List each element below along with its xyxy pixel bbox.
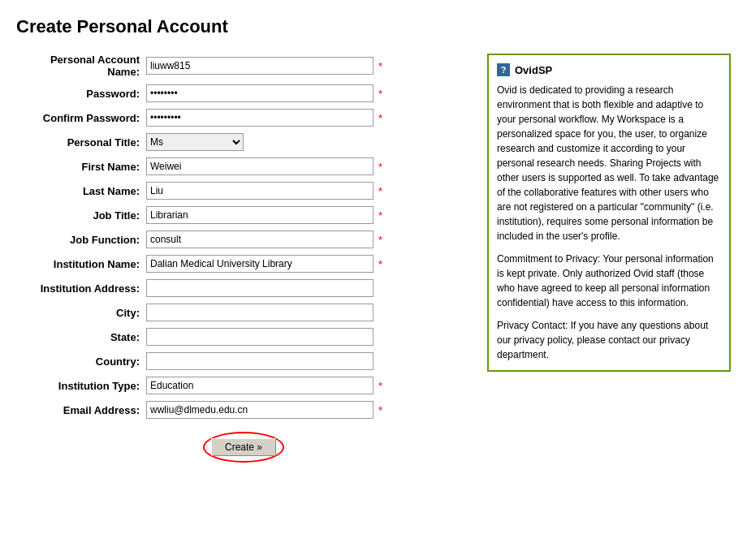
job-function-field: * bbox=[146, 230, 382, 248]
first-name-required: * bbox=[378, 161, 382, 173]
institution-address-row: Institution Address: bbox=[16, 279, 471, 297]
job-function-row: Job Function: * bbox=[16, 230, 471, 248]
institution-name-field: * bbox=[146, 255, 382, 273]
personal-account-name-required: * bbox=[378, 60, 382, 72]
personal-title-row: Personal Title: Ms Mr Dr Prof bbox=[16, 133, 471, 151]
form-section: Personal Account Name: * Password: * Con… bbox=[16, 54, 471, 463]
institution-type-required: * bbox=[378, 380, 382, 392]
job-title-row: Job Title: * bbox=[16, 206, 471, 224]
institution-type-label: Institution Type: bbox=[16, 380, 146, 392]
job-function-input[interactable] bbox=[146, 230, 374, 248]
institution-type-input[interactable] bbox=[146, 377, 374, 394]
institution-address-field bbox=[146, 279, 374, 297]
create-button-circle: Create » bbox=[203, 432, 284, 463]
job-title-required: * bbox=[378, 209, 382, 222]
country-field bbox=[146, 352, 374, 370]
job-function-label: Job Function: bbox=[16, 234, 146, 246]
sidebar-body: Ovid is dedicated to providing a researc… bbox=[497, 83, 721, 362]
password-label: Password: bbox=[16, 88, 146, 100]
institution-name-input[interactable] bbox=[146, 255, 374, 273]
confirm-password-input[interactable] bbox=[146, 109, 374, 127]
create-button-row: Create » bbox=[16, 432, 471, 463]
confirm-password-row: Confirm Password: * bbox=[16, 109, 471, 127]
institution-name-label: Institution Name: bbox=[16, 258, 146, 270]
institution-name-required: * bbox=[378, 258, 382, 270]
state-input[interactable] bbox=[146, 328, 374, 346]
job-title-input[interactable] bbox=[146, 206, 374, 224]
create-button[interactable]: Create » bbox=[211, 438, 276, 456]
email-address-field: * bbox=[146, 401, 382, 419]
sidebar-panel: ? OvidSP Ovid is dedicated to providing … bbox=[487, 54, 731, 372]
institution-address-input[interactable] bbox=[146, 279, 374, 297]
email-address-label: Email Address: bbox=[16, 404, 146, 416]
confirm-password-field: * bbox=[146, 109, 382, 127]
personal-account-name-row: Personal Account Name: * bbox=[16, 54, 471, 78]
password-row: Password: * bbox=[16, 84, 471, 102]
email-address-input[interactable] bbox=[146, 401, 374, 419]
password-input[interactable] bbox=[146, 84, 374, 102]
password-field: * bbox=[146, 84, 382, 102]
country-input[interactable] bbox=[146, 352, 374, 370]
institution-address-label: Institution Address: bbox=[16, 282, 146, 295]
last-name-row: Last Name: * bbox=[16, 182, 471, 200]
confirm-password-required: * bbox=[378, 112, 382, 124]
page-title: Create Personal Account bbox=[16, 16, 731, 37]
state-row: State: bbox=[16, 328, 471, 346]
personal-account-name-label: Personal Account Name: bbox=[16, 54, 146, 78]
confirm-password-label: Confirm Password: bbox=[16, 112, 146, 124]
country-label: Country: bbox=[16, 355, 146, 368]
first-name-label: First Name: bbox=[16, 161, 146, 173]
institution-type-row: Institution Type: * bbox=[16, 377, 471, 394]
job-title-field: * bbox=[146, 206, 382, 224]
personal-account-name-field: * bbox=[146, 57, 382, 75]
institution-type-field: * bbox=[146, 377, 382, 394]
personal-title-field: Ms Mr Dr Prof bbox=[146, 133, 244, 151]
city-input[interactable] bbox=[146, 304, 374, 321]
last-name-field: * bbox=[146, 182, 382, 200]
first-name-input[interactable] bbox=[146, 157, 374, 175]
state-label: State: bbox=[16, 331, 146, 343]
job-title-label: Job Title: bbox=[16, 209, 146, 222]
state-field bbox=[146, 328, 374, 346]
first-name-field: * bbox=[146, 157, 382, 175]
job-function-required: * bbox=[378, 234, 382, 246]
sidebar-paragraph-3: Privacy Contact: If you have any questio… bbox=[497, 318, 721, 362]
institution-name-row: Institution Name: * bbox=[16, 255, 471, 273]
sidebar-header: ? OvidSP bbox=[497, 63, 721, 76]
personal-title-label: Personal Title: bbox=[16, 136, 146, 149]
city-row: City: bbox=[16, 304, 471, 321]
help-icon: ? bbox=[497, 63, 510, 76]
city-label: City: bbox=[16, 307, 146, 319]
country-row: Country: bbox=[16, 352, 471, 370]
last-name-required: * bbox=[378, 185, 382, 197]
first-name-row: First Name: * bbox=[16, 157, 471, 175]
personal-title-select[interactable]: Ms Mr Dr Prof bbox=[146, 133, 244, 151]
password-required: * bbox=[378, 88, 382, 100]
sidebar-title: OvidSP bbox=[515, 64, 552, 76]
last-name-label: Last Name: bbox=[16, 185, 146, 197]
city-field bbox=[146, 304, 374, 321]
email-address-required: * bbox=[378, 404, 382, 416]
personal-account-name-input[interactable] bbox=[146, 57, 374, 75]
last-name-input[interactable] bbox=[146, 182, 374, 200]
email-address-row: Email Address: * bbox=[16, 401, 471, 419]
sidebar-paragraph-1: Ovid is dedicated to providing a researc… bbox=[497, 83, 721, 243]
sidebar-paragraph-2: Commitment to Privacy: Your personal inf… bbox=[497, 252, 721, 310]
